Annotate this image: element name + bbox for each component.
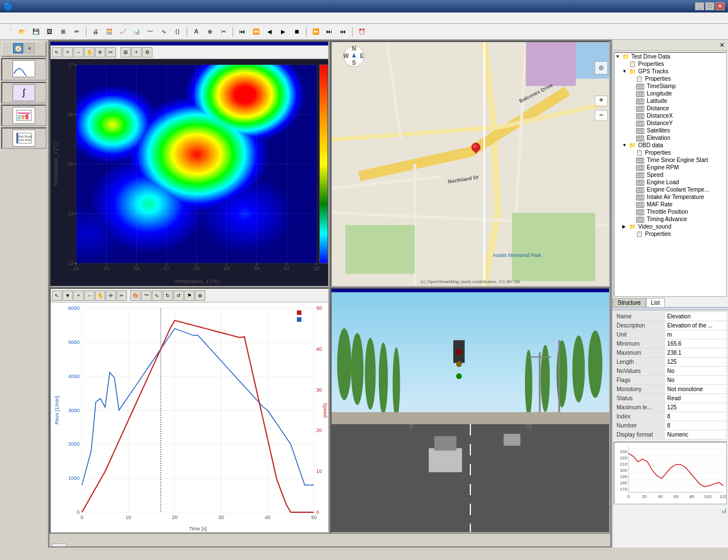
prop-row-8: MonotonyNot monotone	[614, 385, 727, 394]
toolbar-prev[interactable]: ⏪	[250, 26, 262, 38]
tree-item-20[interactable]: 123MAF Rate	[614, 201, 726, 208]
toolbar-table[interactable]: ⊞	[57, 26, 69, 38]
struct-tabs: Structure List	[613, 298, 728, 308]
rpm-wave1[interactable]: 〜	[141, 291, 151, 301]
et-config[interactable]: ⚙	[142, 47, 152, 57]
toolbar-back[interactable]: ◀	[263, 26, 276, 38]
tree-item-5[interactable]: 123Longitude	[614, 90, 726, 97]
toolbar-edit[interactable]: ✏	[71, 26, 83, 38]
tree-item-3[interactable]: 📋Properties	[614, 75, 726, 82]
menu-insert[interactable]	[23, 17, 32, 19]
tree-item-8[interactable]: 123DistanceX	[614, 112, 726, 119]
tree-item-24[interactable]: 📋Properties	[614, 230, 726, 238]
et-select[interactable]: ↖	[52, 47, 62, 57]
rpm-colors[interactable]: 🎨	[130, 291, 140, 301]
tree-item-16[interactable]: 123Speed	[614, 171, 726, 179]
map-content[interactable]	[332, 42, 609, 286]
rpm-rotate[interactable]: ↻	[163, 291, 173, 301]
tree-item-6[interactable]: 123Latitude	[614, 97, 726, 105]
tree-item-1[interactable]: 📋Properties	[614, 60, 726, 68]
et-add-curve[interactable]: +	[131, 47, 142, 57]
tree-item-23[interactable]: ▶📁Video_sound	[614, 223, 726, 230]
tree-item-22[interactable]: 123Timing Advance	[614, 215, 726, 223]
tree-item-17[interactable]: 123Engine Load	[614, 179, 726, 186]
sidebar-item-script[interactable]: Sub Run() End Sub	[1, 127, 47, 149]
rpm-zoom-out[interactable]: −	[84, 291, 94, 301]
et-crosshair[interactable]: ✛	[95, 47, 105, 57]
menu-settings[interactable]	[33, 17, 42, 19]
toolbar-graph2[interactable]: 📊	[130, 26, 143, 38]
toolbar-clock[interactable]: ⏰	[355, 26, 368, 38]
close-button[interactable]: ✕	[715, 2, 725, 10]
data-portal-tree[interactable]: ▼📁Test Drive Data📋Properties▼📁GPS Tracks…	[614, 52, 727, 297]
sidebar-item-report[interactable]	[1, 105, 47, 126]
tree-item-21[interactable]: 123Throttle Position	[614, 208, 726, 215]
et-scissors[interactable]: ✂	[106, 47, 116, 57]
rpm-wave2[interactable]: ∿	[152, 291, 162, 301]
menu-view[interactable]	[13, 17, 22, 19]
data-portal-close[interactable]: ✕	[719, 42, 725, 49]
toolbar-graph1[interactable]: 📈	[117, 26, 129, 38]
toolbar-next[interactable]: ⏭	[323, 26, 336, 38]
toolbar-text[interactable]: A	[190, 26, 202, 38]
tab-austin[interactable]	[52, 544, 67, 546]
rpm-flag[interactable]: ⚑	[184, 291, 195, 301]
tab-list[interactable]: List	[646, 298, 665, 307]
tree-item-19[interactable]: 123Intake Air Temperature	[614, 193, 726, 201]
toolbar-image[interactable]: 🖼	[43, 26, 56, 38]
rpm-cursor[interactable]: ⊕	[195, 291, 205, 301]
rpm-select[interactable]: ↖	[52, 291, 62, 301]
toolbar-calc[interactable]: 🧮	[103, 26, 115, 38]
tree-item-15[interactable]: 123Engine RPM	[614, 164, 726, 171]
et-zoom-in[interactable]: +	[63, 47, 73, 57]
toolbar-save[interactable]: 💾	[30, 26, 42, 38]
tree-item-14[interactable]: 123Time Since Engine Start	[614, 156, 726, 164]
sep3	[233, 27, 233, 37]
toolbar-end[interactable]: ⏮	[337, 26, 349, 38]
sidebar-item-navigator[interactable]: 🧭 ≡	[1, 41, 47, 57]
toolbar-ff[interactable]: ⏩	[309, 26, 322, 38]
toolbar-graph5[interactable]: ⟨⟩	[171, 26, 184, 38]
menu-file[interactable]	[2, 17, 11, 19]
tree-item-0[interactable]: ▼📁Test Drive Data	[614, 53, 726, 60]
et-zoom-out[interactable]: −	[73, 47, 84, 57]
prop-row-0: NameElevation	[614, 312, 727, 321]
tab-structure[interactable]: Structure	[613, 298, 646, 307]
tree-item-18[interactable]: 123Engine Coolant Tempe...	[614, 186, 726, 193]
toolbar-new[interactable]: 📄	[2, 26, 15, 38]
maximize-button[interactable]: □	[705, 2, 714, 10]
tree-item-9[interactable]: 123DistanceY	[614, 119, 726, 127]
rpm-zoom-in[interactable]: +	[73, 291, 84, 301]
menu-window[interactable]	[43, 17, 52, 19]
rpm-v1[interactable]: ▼	[63, 291, 73, 301]
tree-item-11[interactable]: 123Elevation	[614, 134, 726, 142]
menu-help[interactable]	[53, 17, 63, 19]
toolbar-graph3[interactable]: 〰	[144, 26, 156, 38]
toolbar-graph4[interactable]: ∿	[158, 26, 170, 38]
toolbar-print[interactable]: 🖨	[89, 26, 102, 38]
toolbar-cmd2[interactable]: ✂	[217, 26, 230, 38]
nav-icon2[interactable]: ≡	[24, 43, 35, 53]
et-grid[interactable]: ⊞	[121, 47, 131, 57]
sidebar-item-analysis[interactable]: ∫	[1, 82, 47, 103]
toolbar-cmd1[interactable]: ⊕	[204, 26, 216, 38]
tree-item-7[interactable]: 123Distance	[614, 105, 726, 112]
tree-item-12[interactable]: ▼📁OBD data	[614, 142, 726, 149]
sidebar-item-view[interactable]	[1, 58, 47, 81]
tree-item-2[interactable]: ▼📁GPS Tracks	[614, 68, 726, 75]
rpm-pan[interactable]: ✋	[95, 291, 105, 301]
toolbar-stop[interactable]: ⏹	[291, 26, 303, 38]
tree-item-13[interactable]: 📋Properties	[614, 149, 726, 156]
tree-item-10[interactable]: 123Satellites	[614, 127, 726, 134]
toolbar-start[interactable]: ⏮	[236, 26, 249, 38]
rpm-scissors[interactable]: ✂	[117, 291, 127, 301]
rpm-crosshair[interactable]: ✛	[106, 291, 116, 301]
minimize-button[interactable]: _	[695, 2, 704, 10]
prop-row-3: Minimum165.6	[614, 339, 727, 349]
toolbar-open[interactable]: 📂	[16, 26, 28, 38]
tree-item-4[interactable]: 123TimeStamp	[614, 82, 726, 90]
toolbar-play[interactable]: ▶	[277, 26, 289, 38]
data-portal-header: ✕	[613, 40, 728, 51]
et-pan[interactable]: ✋	[84, 47, 94, 57]
rpm-rotate2[interactable]: ↺	[173, 291, 184, 301]
